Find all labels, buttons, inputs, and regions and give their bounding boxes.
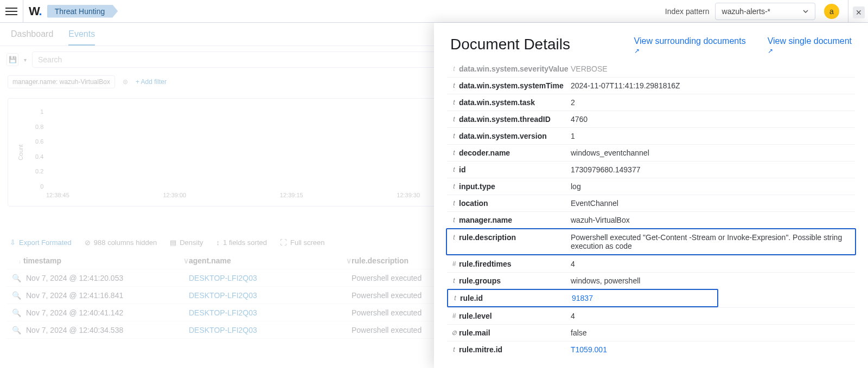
field-row[interactable]: tid1730979680.149377	[447, 161, 855, 178]
field-value: windows, powershell	[571, 276, 853, 285]
sort-button[interactable]: ↕ 1 fields sorted	[216, 238, 267, 247]
document-details-flyout: ✕ Document Details View surrounding docu…	[434, 23, 868, 368]
field-type-icon: t	[449, 166, 459, 173]
field-type-icon: t	[449, 149, 459, 157]
inspect-icon[interactable]: 🔍	[7, 291, 26, 300]
field-value: 1730979680.149377	[571, 165, 853, 174]
top-bar: W. Threat Hunting Index pattern wazuh-al…	[0, 0, 868, 23]
field-type-icon: t	[449, 115, 459, 123]
tab-events[interactable]: Events	[68, 29, 95, 46]
inspect-icon[interactable]: 🔍	[7, 308, 26, 317]
wazuh-logo[interactable]: W.	[29, 4, 42, 18]
field-key: rule.groups	[459, 276, 571, 285]
field-key: manager.name	[459, 216, 571, 224]
field-value: 2	[571, 98, 853, 107]
field-type-icon: t	[449, 183, 459, 190]
field-key: input.type	[459, 182, 571, 191]
filter-pill[interactable]: manager.name: wazuh-VirtualBox	[8, 75, 115, 88]
field-value: EventChannel	[571, 199, 853, 208]
density-button[interactable]: ▤ Density	[170, 238, 203, 247]
field-row[interactable]: trule.mitre.idT1059.001	[447, 341, 855, 358]
col-timestamp[interactable]: timestamp	[23, 256, 61, 265]
field-type-icon: t	[449, 99, 459, 106]
field-row[interactable]: tdecoder.namewindows_eventchannel	[447, 144, 855, 161]
external-link-icon: ↗	[634, 47, 746, 56]
export-button[interactable]: ⇩ Export Formated	[10, 238, 72, 247]
field-row[interactable]: #rule.level4	[447, 307, 855, 324]
avatar[interactable]: a	[824, 4, 839, 19]
index-pattern-value: wazuh-alerts-*	[722, 7, 770, 16]
field-key: data.win.system.threadID	[459, 115, 571, 124]
field-row[interactable]: tlocationEventChannel	[447, 195, 855, 211]
field-row[interactable]: #rule.firedtimes4	[447, 255, 855, 272]
field-value: windows_eventchannel	[571, 149, 853, 157]
field-type-icon: t	[449, 65, 459, 73]
filter-operator-icon[interactable]: ⊜	[123, 78, 128, 86]
field-type-icon: t	[449, 277, 459, 285]
field-type-icon: t	[449, 199, 459, 207]
field-type-icon: t	[450, 294, 460, 302]
field-key: rule.level	[459, 312, 571, 320]
field-value: 4	[571, 312, 853, 320]
field-value: Powershell executed "Get-Content -Stream…	[571, 233, 853, 250]
view-single-link[interactable]: View single document↗	[768, 36, 852, 55]
field-key: data.win.system.severityValue	[459, 64, 571, 73]
field-row[interactable]: tdata.win.system.version1	[447, 127, 855, 144]
field-key: rule.id	[460, 294, 572, 302]
field-key: rule.firedtimes	[459, 260, 571, 268]
field-key: rule.description	[459, 233, 571, 242]
breadcrumb[interactable]: Threat Hunting	[47, 5, 118, 18]
inspect-icon[interactable]: 🔍	[7, 326, 26, 334]
field-key: rule.mail	[459, 328, 571, 337]
field-row[interactable]: tdata.win.system.task2	[447, 94, 855, 111]
chevron-down-icon[interactable]: ▾	[24, 57, 27, 63]
fullscreen-button[interactable]: ⛶ Full screen	[280, 238, 325, 247]
menu-icon[interactable]	[5, 5, 17, 17]
field-row[interactable]: tdata.win.system.threadID4760	[447, 111, 855, 127]
field-type-icon: ⊘	[449, 329, 459, 337]
col-description[interactable]: rule.description	[352, 256, 409, 265]
field-row[interactable]: tinput.typelog	[447, 178, 855, 195]
field-key: data.win.system.version	[459, 132, 571, 140]
field-key: location	[459, 199, 571, 208]
field-value[interactable]: 91837	[572, 294, 715, 302]
field-type-icon: t	[449, 216, 459, 224]
view-surrounding-link[interactable]: View surrounding documents↗	[634, 36, 746, 55]
field-value: false	[571, 328, 853, 337]
y-axis-label: Count	[17, 144, 24, 160]
divider	[848, 0, 848, 23]
field-row[interactable]: trule.id91837	[447, 289, 718, 307]
field-row[interactable]: trule.groupswindows, powershell	[447, 272, 855, 289]
field-key: data.win.system.systemTime	[459, 81, 571, 90]
y-axis-ticks: 10.80.6 0.40.20	[35, 108, 43, 190]
flyout-title: Document Details	[450, 36, 570, 53]
field-row[interactable]: tdata.win.system.systemTime2024-11-07T11…	[447, 77, 855, 94]
field-value: 4760	[571, 115, 853, 124]
col-agent[interactable]: agent.name	[189, 256, 231, 265]
field-list[interactable]: tdata.win.system.severityValueVERBOSEtda…	[434, 61, 868, 368]
field-value: 2024-11-07T11:41:19.2981816Z	[571, 81, 853, 90]
add-filter-button[interactable]: + Add filter	[136, 78, 167, 86]
field-type-icon: t	[449, 82, 459, 89]
columns-hidden[interactable]: ⊘ 988 columns hidden	[85, 238, 157, 247]
divider	[23, 0, 23, 23]
index-pattern-label: Index pattern	[665, 7, 710, 16]
field-type-icon: #	[449, 260, 459, 268]
field-row[interactable]: ⊘rule.mailfalse	[447, 324, 855, 341]
chevron-down-icon	[803, 10, 808, 13]
field-row[interactable]: trule.descriptionPowershell executed "Ge…	[446, 228, 856, 255]
saved-query-icon[interactable]: 💾	[7, 53, 18, 66]
field-row[interactable]: tdata.win.system.severityValueVERBOSE	[447, 61, 855, 77]
field-value: 4	[571, 260, 853, 268]
field-key: rule.mitre.id	[459, 345, 571, 354]
tab-dashboard[interactable]: Dashboard	[11, 29, 53, 46]
index-pattern-select[interactable]: wazuh-alerts-*	[715, 3, 815, 20]
field-row[interactable]: tmanager.namewazuh-VirtualBox	[447, 211, 855, 228]
close-icon[interactable]: ✕	[853, 7, 865, 18]
field-type-icon: t	[449, 234, 459, 241]
inspect-icon[interactable]: 🔍	[7, 274, 26, 282]
field-value[interactable]: T1059.001	[571, 345, 853, 354]
field-value: 1	[571, 132, 853, 140]
field-type-icon: #	[449, 312, 459, 320]
field-type-icon: t	[449, 132, 459, 140]
